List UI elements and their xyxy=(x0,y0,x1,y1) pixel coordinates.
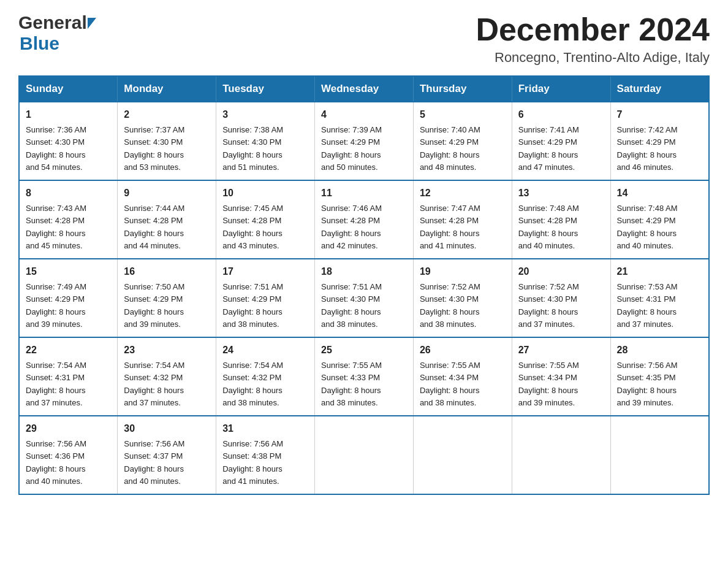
header-saturday: Saturday xyxy=(610,76,709,102)
day-info: Sunrise: 7:55 AMSunset: 4:34 PMDaylight:… xyxy=(420,361,480,407)
day-info: Sunrise: 7:52 AMSunset: 4:30 PMDaylight:… xyxy=(518,282,579,329)
day-number: 13 xyxy=(518,186,604,201)
day-info: Sunrise: 7:55 AMSunset: 4:34 PMDaylight:… xyxy=(518,361,579,407)
day-number: 10 xyxy=(222,186,308,201)
day-number: 18 xyxy=(321,264,407,279)
location-subtitle: Roncegno, Trentino-Alto Adige, Italy xyxy=(476,50,710,66)
day-info: Sunrise: 7:54 AMSunset: 4:31 PMDaylight:… xyxy=(26,361,86,407)
day-info: Sunrise: 7:48 AMSunset: 4:29 PMDaylight:… xyxy=(617,204,678,250)
day-cell-13: 13 Sunrise: 7:48 AMSunset: 4:28 PMDaylig… xyxy=(512,180,610,259)
header-monday: Monday xyxy=(118,76,216,102)
day-number: 14 xyxy=(617,186,702,201)
day-number: 2 xyxy=(124,107,210,122)
day-cell-16: 16 Sunrise: 7:50 AMSunset: 4:29 PMDaylig… xyxy=(118,259,216,337)
day-cell-20: 20 Sunrise: 7:52 AMSunset: 4:30 PMDaylig… xyxy=(512,259,610,337)
header-tuesday: Tuesday xyxy=(216,76,315,102)
day-info: Sunrise: 7:54 AMSunset: 4:32 PMDaylight:… xyxy=(124,361,184,407)
day-number: 3 xyxy=(222,107,308,122)
day-cell-26: 26 Sunrise: 7:55 AMSunset: 4:34 PMDaylig… xyxy=(413,337,512,416)
day-cell-28: 28 Sunrise: 7:56 AMSunset: 4:35 PMDaylig… xyxy=(610,337,709,416)
week-row-4: 22 Sunrise: 7:54 AMSunset: 4:31 PMDaylig… xyxy=(19,337,709,416)
day-info: Sunrise: 7:46 AMSunset: 4:28 PMDaylight:… xyxy=(321,204,382,250)
day-info: Sunrise: 7:54 AMSunset: 4:32 PMDaylight:… xyxy=(222,361,283,407)
day-cell-2: 2 Sunrise: 7:37 AMSunset: 4:30 PMDayligh… xyxy=(118,102,216,180)
day-number: 21 xyxy=(617,264,702,279)
day-info: Sunrise: 7:56 AMSunset: 4:36 PMDaylight:… xyxy=(26,439,86,486)
day-number: 6 xyxy=(518,107,604,122)
day-info: Sunrise: 7:40 AMSunset: 4:29 PMDaylight:… xyxy=(420,125,480,172)
day-info: Sunrise: 7:45 AMSunset: 4:28 PMDaylight:… xyxy=(222,204,283,250)
day-info: Sunrise: 7:41 AMSunset: 4:29 PMDaylight:… xyxy=(518,125,579,172)
calendar-body: 1 Sunrise: 7:36 AMSunset: 4:30 PMDayligh… xyxy=(19,102,709,494)
day-info: Sunrise: 7:42 AMSunset: 4:29 PMDaylight:… xyxy=(617,125,678,172)
day-info: Sunrise: 7:51 AMSunset: 4:29 PMDaylight:… xyxy=(222,282,283,329)
day-number: 26 xyxy=(420,343,506,358)
day-number: 16 xyxy=(124,264,210,279)
day-number: 9 xyxy=(124,186,210,201)
logo-blue-text: Blue xyxy=(20,33,59,53)
day-number: 31 xyxy=(222,421,308,436)
day-number: 20 xyxy=(518,264,604,279)
month-title: December 2024 xyxy=(476,12,710,47)
week-row-2: 8 Sunrise: 7:43 AMSunset: 4:28 PMDayligh… xyxy=(19,180,709,259)
day-cell-15: 15 Sunrise: 7:49 AMSunset: 4:29 PMDaylig… xyxy=(19,259,118,337)
day-info: Sunrise: 7:39 AMSunset: 4:29 PMDaylight:… xyxy=(321,125,382,172)
days-of-week-row: SundayMondayTuesdayWednesdayThursdayFrid… xyxy=(19,76,709,102)
day-number: 12 xyxy=(420,186,506,201)
day-info: Sunrise: 7:56 AMSunset: 4:37 PMDaylight:… xyxy=(124,439,184,486)
day-cell-14: 14 Sunrise: 7:48 AMSunset: 4:29 PMDaylig… xyxy=(610,180,709,259)
header-friday: Friday xyxy=(512,76,610,102)
day-info: Sunrise: 7:43 AMSunset: 4:28 PMDaylight:… xyxy=(26,204,86,250)
day-info: Sunrise: 7:48 AMSunset: 4:28 PMDaylight:… xyxy=(518,204,579,250)
header-sunday: Sunday xyxy=(19,76,118,102)
calendar-table: SundayMondayTuesdayWednesdayThursdayFrid… xyxy=(18,75,710,495)
day-number: 22 xyxy=(26,343,111,358)
day-info: Sunrise: 7:55 AMSunset: 4:33 PMDaylight:… xyxy=(321,361,382,407)
day-cell-4: 4 Sunrise: 7:39 AMSunset: 4:29 PMDayligh… xyxy=(315,102,414,180)
page-header: General Blue December 2024 Roncegno, Tre… xyxy=(18,12,710,66)
day-cell-1: 1 Sunrise: 7:36 AMSunset: 4:30 PMDayligh… xyxy=(19,102,118,180)
day-number: 5 xyxy=(420,107,506,122)
header-wednesday: Wednesday xyxy=(315,76,414,102)
day-cell-25: 25 Sunrise: 7:55 AMSunset: 4:33 PMDaylig… xyxy=(315,337,414,416)
day-cell-8: 8 Sunrise: 7:43 AMSunset: 4:28 PMDayligh… xyxy=(19,180,118,259)
logo-general-text: General xyxy=(18,12,87,33)
day-number: 23 xyxy=(124,343,210,358)
day-cell-31: 31 Sunrise: 7:56 AMSunset: 4:38 PMDaylig… xyxy=(216,416,315,494)
day-number: 29 xyxy=(26,421,111,436)
day-cell-5: 5 Sunrise: 7:40 AMSunset: 4:29 PMDayligh… xyxy=(413,102,512,180)
day-number: 30 xyxy=(124,421,210,436)
day-info: Sunrise: 7:44 AMSunset: 4:28 PMDaylight:… xyxy=(124,204,184,250)
header-thursday: Thursday xyxy=(413,76,512,102)
empty-cell-4-3 xyxy=(315,416,414,494)
day-info: Sunrise: 7:37 AMSunset: 4:30 PMDaylight:… xyxy=(124,125,184,172)
day-number: 19 xyxy=(420,264,506,279)
day-number: 4 xyxy=(321,107,407,122)
day-info: Sunrise: 7:56 AMSunset: 4:38 PMDaylight:… xyxy=(222,439,283,486)
day-cell-6: 6 Sunrise: 7:41 AMSunset: 4:29 PMDayligh… xyxy=(512,102,610,180)
day-cell-30: 30 Sunrise: 7:56 AMSunset: 4:37 PMDaylig… xyxy=(118,416,216,494)
day-number: 8 xyxy=(26,186,111,201)
day-cell-22: 22 Sunrise: 7:54 AMSunset: 4:31 PMDaylig… xyxy=(19,337,118,416)
day-info: Sunrise: 7:51 AMSunset: 4:30 PMDaylight:… xyxy=(321,282,382,329)
day-cell-29: 29 Sunrise: 7:56 AMSunset: 4:36 PMDaylig… xyxy=(19,416,118,494)
day-info: Sunrise: 7:50 AMSunset: 4:29 PMDaylight:… xyxy=(124,282,184,329)
day-cell-23: 23 Sunrise: 7:54 AMSunset: 4:32 PMDaylig… xyxy=(118,337,216,416)
day-cell-10: 10 Sunrise: 7:45 AMSunset: 4:28 PMDaylig… xyxy=(216,180,315,259)
day-cell-17: 17 Sunrise: 7:51 AMSunset: 4:29 PMDaylig… xyxy=(216,259,315,337)
week-row-3: 15 Sunrise: 7:49 AMSunset: 4:29 PMDaylig… xyxy=(19,259,709,337)
day-number: 28 xyxy=(617,343,702,358)
day-number: 11 xyxy=(321,186,407,201)
day-cell-24: 24 Sunrise: 7:54 AMSunset: 4:32 PMDaylig… xyxy=(216,337,315,416)
day-cell-12: 12 Sunrise: 7:47 AMSunset: 4:28 PMDaylig… xyxy=(413,180,512,259)
empty-cell-4-5 xyxy=(512,416,610,494)
calendar-header: SundayMondayTuesdayWednesdayThursdayFrid… xyxy=(19,76,709,102)
day-cell-9: 9 Sunrise: 7:44 AMSunset: 4:28 PMDayligh… xyxy=(118,180,216,259)
day-cell-18: 18 Sunrise: 7:51 AMSunset: 4:30 PMDaylig… xyxy=(315,259,414,337)
day-info: Sunrise: 7:49 AMSunset: 4:29 PMDaylight:… xyxy=(26,282,86,329)
day-number: 24 xyxy=(222,343,308,358)
logo: General Blue xyxy=(18,12,96,54)
day-cell-27: 27 Sunrise: 7:55 AMSunset: 4:34 PMDaylig… xyxy=(512,337,610,416)
week-row-1: 1 Sunrise: 7:36 AMSunset: 4:30 PMDayligh… xyxy=(19,102,709,180)
day-number: 1 xyxy=(26,107,111,122)
